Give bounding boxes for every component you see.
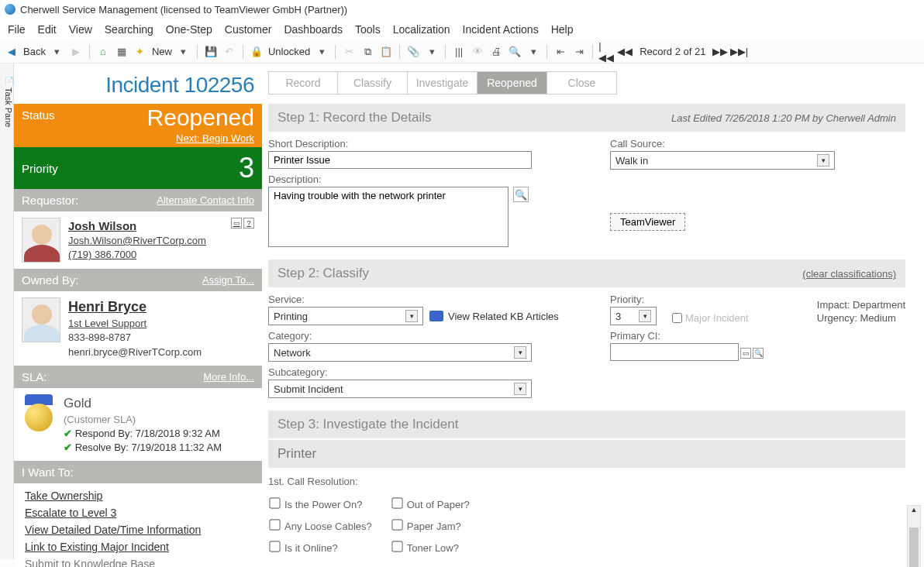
search-icon[interactable]: 🔍 [508,45,522,59]
menu-customer[interactable]: Customer [225,23,272,36]
escalate-level3-link[interactable]: Escalate to Level 3 [25,507,251,519]
check-icon: ✔ [64,428,72,439]
requestor-phone[interactable]: (719) 386.7000 [68,249,136,260]
tab-investigate[interactable]: Investigate [408,71,478,94]
ci-lookup-icon[interactable]: ▭ [740,348,751,359]
back-dropdown-icon[interactable]: ▾ [50,45,64,59]
next-record-icon[interactable]: ▶▶ [713,45,727,59]
i-want-to-links: Take Ownership Escalate to Level 3 View … [14,483,262,567]
back-button[interactable]: Back [23,46,46,57]
magnify-icon[interactable]: 🔍 [513,187,529,202]
prev-record-icon[interactable]: ◀◀ [618,45,632,59]
take-ownership-link[interactable]: Take Ownership [25,490,251,502]
indent-icon[interactable]: ⇥ [572,45,586,59]
menu-help[interactable]: Help [551,23,574,36]
first-record-icon[interactable]: |◀◀ [599,45,613,59]
tab-classify[interactable]: Classify [338,71,408,94]
requestor-email[interactable]: Josh.Wilson@RiverTCorp.com [68,235,206,246]
menu-edit[interactable]: Edit [38,23,57,36]
unlocked-label[interactable]: Unlocked [268,46,310,57]
eye-icon[interactable]: 👁 [471,45,484,59]
requestor-card-icon[interactable]: ▭ [231,218,242,229]
new-star-icon[interactable]: ✦ [133,45,147,59]
owner-block: Henri Bryce 1st Level Support 833-898-87… [14,291,262,366]
paste-icon[interactable]: 📋 [379,45,393,59]
attach-icon[interactable]: 📎 [406,45,420,59]
scrollbar-thumb[interactable] [909,527,919,567]
tab-record[interactable]: Record [268,71,338,94]
new-dropdown-icon[interactable]: ▾ [177,45,191,59]
menu-searching[interactable]: Searching [105,23,153,36]
submit-kb-link[interactable]: Submit to Knowledge Base [25,558,251,567]
major-incident-checkbox[interactable]: Major Incident [672,312,749,324]
task-pane-tab[interactable]: 📄 Task Pane [0,64,14,559]
chevron-down-icon[interactable]: ▾ [405,310,418,322]
vertical-scrollbar[interactable]: ▲ ▼ [907,505,921,567]
teamviewer-button[interactable]: TeamViewer [610,213,685,231]
ci-search-icon[interactable]: 🔍 [753,348,764,359]
menu-file[interactable]: File [8,23,26,36]
search-dropdown-icon[interactable]: ▾ [526,45,540,59]
check-paper-jam[interactable]: Paper Jam? [392,520,470,532]
requestor-name[interactable]: Josh Wilson [68,218,136,234]
owner-name[interactable]: Henri Bryce [68,297,147,317]
check-loose-cables[interactable]: Any Loose Cables? [270,520,372,532]
save-icon: 💾 [204,45,218,59]
menu-incident-actions[interactable]: Incident Actions [463,23,539,36]
back-arrow-icon[interactable]: ◀ [5,45,19,59]
chevron-down-icon[interactable]: ▾ [639,310,651,322]
chevron-down-icon[interactable]: ▾ [514,383,526,395]
owner-role[interactable]: 1st Level Support [68,318,147,329]
barcode-icon[interactable]: ||| [452,45,466,59]
service-select[interactable]: Printing▾ [268,307,423,325]
desc-textarea[interactable]: Having trouble with the network printer [268,187,509,247]
lock-icon[interactable]: 🔒 [250,45,264,59]
outdent-icon[interactable]: ⇤ [553,45,567,59]
short-desc-input[interactable] [268,151,532,169]
call-source-select[interactable]: Walk in▾ [610,151,835,170]
view-datetime-link[interactable]: View Detailed Date/Time Information [25,524,251,536]
menu-dashboards[interactable]: Dashboards [284,23,343,36]
attach-dropdown-icon[interactable]: ▾ [425,45,439,59]
alternate-contact-link[interactable]: Alternate Contact Info [157,194,254,206]
menu-view[interactable]: View [69,23,92,36]
owner-email: henri.bryce@RiverTCorp.com [68,346,202,358]
clear-classifications-link[interactable]: (clear classifications) [802,268,896,280]
subcategory-select[interactable]: Submit Incident▾ [268,380,532,398]
calendar-icon[interactable]: ▦ [115,45,129,59]
category-select[interactable]: Network▾ [268,343,532,362]
link-major-incident-link[interactable]: Link to Existing Major Incident [25,541,251,553]
book-icon [429,311,443,321]
check-power-on[interactable]: Is the Power On? [270,498,372,510]
next-begin-work-link[interactable]: Next: Begin Work [176,132,254,144]
desc-label: Description: [268,174,564,185]
view-kb-link[interactable]: View Related KB Articles [429,311,559,322]
primary-ci-input[interactable] [610,343,739,361]
unlocked-dropdown-icon[interactable]: ▾ [315,45,329,59]
check-out-of-paper[interactable]: Out of Paper? [392,498,470,510]
chevron-down-icon[interactable]: ▾ [817,154,829,167]
check-online[interactable]: Is it Online? [270,541,372,554]
sla-tier: Gold [64,394,222,413]
tab-close[interactable]: Close [547,71,617,94]
requestor-info-icon[interactable]: ? [243,218,254,229]
short-desc-label: Short Description: [268,138,564,149]
sla-more-info-link[interactable]: More Info... [203,371,254,383]
menu-tools[interactable]: Tools [355,23,381,36]
chevron-down-icon[interactable]: ▾ [514,346,526,359]
print-icon[interactable]: 🖨 [489,45,503,59]
last-record-icon[interactable]: ▶▶| [732,45,746,59]
new-button[interactable]: New [152,46,172,57]
priority-select[interactable]: 3▾ [610,307,657,325]
check-toner-low[interactable]: Toner Low? [392,541,470,554]
subcategory-label: Subcategory: [268,366,564,378]
home-icon[interactable]: ⌂ [96,45,110,59]
menu-one-step[interactable]: One-Step [166,23,212,36]
copy-icon[interactable]: ⧉ [360,45,374,59]
tab-reopened[interactable]: Reopened [478,71,547,94]
titlebar: Cherwell Service Management (licensed to… [0,0,924,19]
menu-localization[interactable]: Localization [393,23,450,36]
priority-value: 3 [239,152,254,184]
priority-label: Priority [22,162,58,175]
assign-to-link[interactable]: Assign To... [202,274,254,286]
